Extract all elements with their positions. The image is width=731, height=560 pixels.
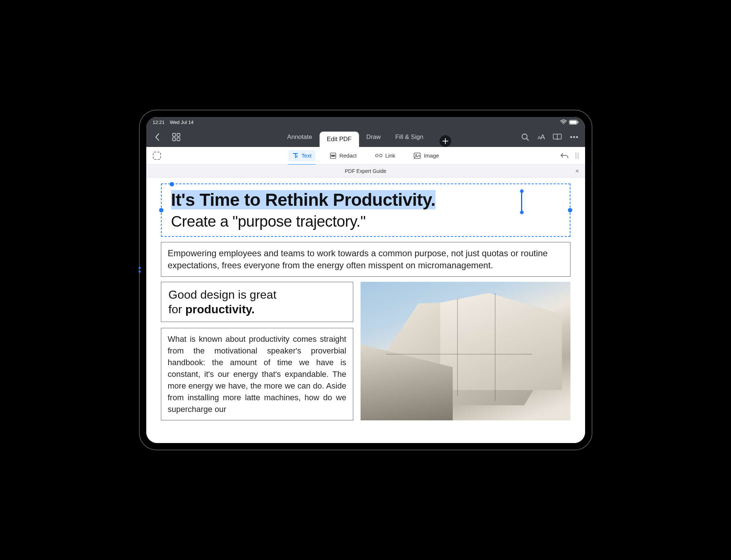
document-tab-strip: PDF Expert Guide × xyxy=(146,164,585,178)
svg-rect-4 xyxy=(177,133,180,136)
selection-handle[interactable] xyxy=(520,189,524,193)
tab-label: Fill & Sign xyxy=(395,133,423,141)
toolbar-drag-handle[interactable] xyxy=(576,152,579,159)
svg-point-8 xyxy=(570,136,572,138)
battery-icon xyxy=(569,120,579,125)
tool-link[interactable]: Link xyxy=(371,150,399,161)
image-seam xyxy=(386,354,533,355)
design-line1: Good design is great xyxy=(169,288,276,301)
selection-tool[interactable] xyxy=(153,152,161,160)
tool-label: Redact xyxy=(339,152,357,159)
svg-rect-1 xyxy=(570,121,577,124)
svg-rect-6 xyxy=(177,138,180,141)
tool-label: Text xyxy=(301,152,312,159)
document-tab-title[interactable]: PDF Expert Guide xyxy=(345,168,387,174)
selection-handle[interactable] xyxy=(568,208,572,212)
svg-rect-2 xyxy=(577,121,578,123)
back-button[interactable] xyxy=(153,133,162,141)
tab-label: Draw xyxy=(366,133,381,141)
side-indicator xyxy=(139,267,141,269)
design-line2-pre: for xyxy=(169,303,185,316)
image-icon xyxy=(414,152,421,159)
svg-rect-3 xyxy=(173,133,176,136)
redact-icon xyxy=(330,152,336,159)
search-button[interactable] xyxy=(521,133,530,141)
svg-rect-12 xyxy=(331,155,335,156)
main-toolbar: Annotate Edit PDF Draw Fill & Sign AA xyxy=(146,127,585,147)
add-mode-button[interactable] xyxy=(440,135,451,147)
svg-point-9 xyxy=(573,136,574,138)
mode-tabs: Annotate Edit PDF Draw Fill & Sign xyxy=(280,127,451,147)
reader-view-button[interactable] xyxy=(553,133,562,141)
wifi-icon xyxy=(560,120,567,125)
tab-label: Edit PDF xyxy=(327,136,351,143)
screen: 12:21 Wed Jul 14 xyxy=(146,117,585,443)
edit-tools-bar: Text Redact Link Image xyxy=(146,147,585,164)
headline-selected[interactable]: It's Time to Rethink Productivity. xyxy=(171,190,436,209)
image-shape xyxy=(440,293,562,390)
svg-point-10 xyxy=(576,136,577,138)
article-image[interactable] xyxy=(361,282,570,420)
tab-annotate[interactable]: Annotate xyxy=(280,127,319,147)
selection-handle[interactable] xyxy=(520,211,524,214)
text-selection-box[interactable]: It's Time to Rethink Productivity. Creat… xyxy=(161,183,570,237)
tab-draw[interactable]: Draw xyxy=(359,127,388,147)
tool-text[interactable]: Text xyxy=(288,150,315,161)
tab-label: Annotate xyxy=(287,133,312,141)
svg-point-14 xyxy=(415,154,417,155)
status-bar: 12:21 Wed Jul 14 xyxy=(146,117,585,127)
undo-button[interactable] xyxy=(560,151,569,160)
selection-handle[interactable] xyxy=(159,208,163,212)
tab-fill-sign[interactable]: Fill & Sign xyxy=(388,127,431,147)
link-icon xyxy=(375,152,382,159)
tool-label: Link xyxy=(385,152,395,159)
design-line2-bold: productivity. xyxy=(185,303,255,316)
thumbnails-button[interactable] xyxy=(172,133,181,141)
svg-rect-5 xyxy=(173,138,176,141)
ipad-device-frame: 12:21 Wed Jul 14 xyxy=(139,110,592,450)
tool-image[interactable]: Image xyxy=(410,150,443,161)
image-seam xyxy=(495,293,496,401)
subheadline[interactable]: Create a "purpose trajectory." xyxy=(171,213,560,230)
status-time: 12:21 xyxy=(153,120,165,125)
tool-label: Image xyxy=(424,152,439,159)
close-tab-button[interactable]: × xyxy=(575,167,579,175)
status-date: Wed Jul 14 xyxy=(170,120,194,125)
tab-edit-pdf[interactable]: Edit PDF xyxy=(319,132,359,147)
document-canvas[interactable]: It's Time to Rethink Productivity. Creat… xyxy=(146,178,585,443)
selection-handle[interactable] xyxy=(170,182,174,186)
body-text-block[interactable]: What is known about productivity comes s… xyxy=(161,328,353,420)
image-seam xyxy=(457,299,458,396)
more-button[interactable] xyxy=(570,133,579,141)
text-size-button[interactable]: AA xyxy=(538,133,545,141)
tool-redact[interactable]: Redact xyxy=(326,150,361,161)
intro-text-block[interactable]: Empowering employees and teams to work t… xyxy=(161,242,570,277)
design-callout-block[interactable]: Good design is great for productivity. xyxy=(161,282,353,322)
text-icon xyxy=(292,152,298,159)
text-cursor xyxy=(521,191,522,212)
